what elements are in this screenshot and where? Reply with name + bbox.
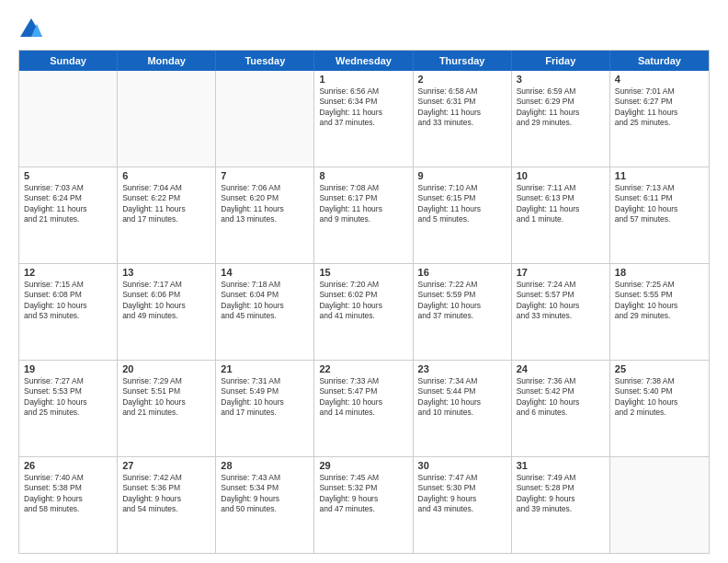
cell-text: Sunrise: 7:11 AM Sunset: 6:13 PM Dayligh…	[517, 183, 605, 225]
day-number: 29	[319, 460, 407, 471]
header-day-wednesday: Wednesday	[314, 51, 413, 71]
cal-cell: 9Sunrise: 7:10 AM Sunset: 6:15 PM Daylig…	[414, 167, 512, 263]
cal-cell: 17Sunrise: 7:24 AM Sunset: 5:57 PM Dayli…	[512, 264, 610, 360]
day-number: 20	[122, 363, 210, 374]
cal-cell: 21Sunrise: 7:31 AM Sunset: 5:49 PM Dayli…	[216, 361, 314, 456]
cal-cell: 16Sunrise: 7:22 AM Sunset: 5:59 PM Dayli…	[414, 264, 512, 360]
header-day-sunday: Sunday	[19, 51, 118, 71]
day-number: 26	[24, 460, 112, 471]
cal-cell: 11Sunrise: 7:13 AM Sunset: 6:11 PM Dayli…	[610, 167, 709, 263]
cal-cell: 22Sunrise: 7:33 AM Sunset: 5:47 PM Dayli…	[314, 361, 413, 456]
cell-text: Sunrise: 7:01 AM Sunset: 6:27 PM Dayligh…	[615, 86, 704, 129]
cell-text: Sunrise: 7:25 AM Sunset: 5:55 PM Dayligh…	[615, 280, 704, 322]
day-number: 1	[319, 74, 407, 85]
day-number: 4	[615, 74, 704, 85]
cell-text: Sunrise: 7:38 AM Sunset: 5:40 PM Dayligh…	[615, 376, 704, 419]
cal-cell: 4Sunrise: 7:01 AM Sunset: 6:27 PM Daylig…	[610, 71, 709, 167]
cal-cell: 18Sunrise: 7:25 AM Sunset: 5:55 PM Dayli…	[610, 264, 709, 360]
day-number: 23	[418, 363, 506, 374]
cal-cell	[216, 71, 314, 167]
day-number: 6	[122, 170, 210, 181]
cal-cell: 31Sunrise: 7:49 AM Sunset: 5:28 PM Dayli…	[512, 457, 610, 553]
page: SundayMondayTuesdayWednesdayThursdayFrid…	[0, 0, 728, 563]
cal-cell: 30Sunrise: 7:47 AM Sunset: 5:30 PM Dayli…	[414, 457, 512, 553]
cell-text: Sunrise: 7:47 AM Sunset: 5:30 PM Dayligh…	[418, 473, 506, 515]
cal-cell: 8Sunrise: 7:08 AM Sunset: 6:17 PM Daylig…	[314, 167, 413, 263]
cal-cell: 14Sunrise: 7:18 AM Sunset: 6:04 PM Dayli…	[216, 264, 314, 360]
cell-text: Sunrise: 6:59 AM Sunset: 6:29 PM Dayligh…	[517, 86, 605, 129]
calendar-header: SundayMondayTuesdayWednesdayThursdayFrid…	[19, 51, 709, 71]
cal-cell: 27Sunrise: 7:42 AM Sunset: 5:36 PM Dayli…	[118, 457, 216, 553]
cal-cell: 24Sunrise: 7:36 AM Sunset: 5:42 PM Dayli…	[512, 361, 610, 456]
cell-text: Sunrise: 7:49 AM Sunset: 5:28 PM Dayligh…	[517, 473, 605, 515]
header-day-saturday: Saturday	[610, 51, 709, 71]
cal-cell: 23Sunrise: 7:34 AM Sunset: 5:44 PM Dayli…	[414, 361, 512, 456]
cell-text: Sunrise: 6:56 AM Sunset: 6:34 PM Dayligh…	[319, 86, 407, 129]
header-day-tuesday: Tuesday	[216, 51, 314, 71]
cell-text: Sunrise: 7:04 AM Sunset: 6:22 PM Dayligh…	[122, 183, 210, 225]
cal-cell	[19, 71, 118, 167]
cell-text: Sunrise: 7:08 AM Sunset: 6:17 PM Dayligh…	[319, 183, 407, 225]
calendar-row-2: 12Sunrise: 7:15 AM Sunset: 6:08 PM Dayli…	[19, 263, 709, 360]
cal-cell: 7Sunrise: 7:06 AM Sunset: 6:20 PM Daylig…	[216, 167, 314, 263]
cell-text: Sunrise: 7:22 AM Sunset: 5:59 PM Dayligh…	[418, 280, 506, 322]
header-day-thursday: Thursday	[414, 51, 512, 71]
logo-icon	[18, 17, 44, 42]
cell-text: Sunrise: 7:40 AM Sunset: 5:38 PM Dayligh…	[24, 473, 112, 515]
day-number: 15	[319, 267, 407, 278]
day-number: 24	[517, 363, 605, 374]
header	[18, 17, 710, 42]
cell-text: Sunrise: 7:18 AM Sunset: 6:04 PM Dayligh…	[221, 280, 309, 322]
day-number: 17	[517, 267, 605, 278]
day-number: 14	[221, 267, 309, 278]
day-number: 12	[24, 267, 112, 278]
cell-text: Sunrise: 7:27 AM Sunset: 5:53 PM Dayligh…	[24, 376, 112, 419]
cell-text: Sunrise: 7:33 AM Sunset: 5:47 PM Dayligh…	[319, 376, 407, 419]
day-number: 19	[24, 363, 112, 374]
header-day-friday: Friday	[512, 51, 610, 71]
day-number: 5	[24, 170, 112, 181]
cal-cell: 5Sunrise: 7:03 AM Sunset: 6:24 PM Daylig…	[19, 167, 118, 263]
cal-cell: 29Sunrise: 7:45 AM Sunset: 5:32 PM Dayli…	[314, 457, 413, 553]
day-number: 30	[418, 460, 506, 471]
cal-cell: 26Sunrise: 7:40 AM Sunset: 5:38 PM Dayli…	[19, 457, 118, 553]
cal-cell: 3Sunrise: 6:59 AM Sunset: 6:29 PM Daylig…	[512, 71, 610, 167]
cal-cell: 28Sunrise: 7:43 AM Sunset: 5:34 PM Dayli…	[216, 457, 314, 553]
cal-cell: 12Sunrise: 7:15 AM Sunset: 6:08 PM Dayli…	[19, 264, 118, 360]
cell-text: Sunrise: 7:13 AM Sunset: 6:11 PM Dayligh…	[615, 183, 704, 225]
cal-cell: 19Sunrise: 7:27 AM Sunset: 5:53 PM Dayli…	[19, 361, 118, 456]
day-number: 16	[418, 267, 506, 278]
calendar-row-3: 19Sunrise: 7:27 AM Sunset: 5:53 PM Dayli…	[19, 360, 709, 456]
cal-cell: 10Sunrise: 7:11 AM Sunset: 6:13 PM Dayli…	[512, 167, 610, 263]
day-number: 28	[221, 460, 309, 471]
cal-cell: 6Sunrise: 7:04 AM Sunset: 6:22 PM Daylig…	[118, 167, 216, 263]
day-number: 3	[517, 74, 605, 85]
cal-cell	[118, 71, 216, 167]
cell-text: Sunrise: 7:20 AM Sunset: 6:02 PM Dayligh…	[319, 280, 407, 322]
day-number: 18	[615, 267, 704, 278]
day-number: 11	[615, 170, 704, 181]
cal-cell: 2Sunrise: 6:58 AM Sunset: 6:31 PM Daylig…	[414, 71, 512, 167]
calendar: SundayMondayTuesdayWednesdayThursdayFrid…	[18, 50, 710, 554]
day-number: 25	[615, 363, 704, 374]
cell-text: Sunrise: 7:06 AM Sunset: 6:20 PM Dayligh…	[221, 183, 309, 225]
day-number: 7	[221, 170, 309, 181]
cal-cell: 13Sunrise: 7:17 AM Sunset: 6:06 PM Dayli…	[118, 264, 216, 360]
day-number: 8	[319, 170, 407, 181]
calendar-body: 1Sunrise: 6:56 AM Sunset: 6:34 PM Daylig…	[19, 71, 709, 553]
day-number: 21	[221, 363, 309, 374]
cal-cell: 20Sunrise: 7:29 AM Sunset: 5:51 PM Dayli…	[118, 361, 216, 456]
cal-cell: 15Sunrise: 7:20 AM Sunset: 6:02 PM Dayli…	[314, 264, 413, 360]
day-number: 22	[319, 363, 407, 374]
cell-text: Sunrise: 7:43 AM Sunset: 5:34 PM Dayligh…	[221, 473, 309, 515]
calendar-row-1: 5Sunrise: 7:03 AM Sunset: 6:24 PM Daylig…	[19, 167, 709, 263]
logo	[18, 17, 48, 42]
cell-text: Sunrise: 6:58 AM Sunset: 6:31 PM Dayligh…	[418, 86, 506, 129]
cell-text: Sunrise: 7:10 AM Sunset: 6:15 PM Dayligh…	[418, 183, 506, 225]
day-number: 9	[418, 170, 506, 181]
header-day-monday: Monday	[118, 51, 216, 71]
cell-text: Sunrise: 7:36 AM Sunset: 5:42 PM Dayligh…	[517, 376, 605, 419]
cell-text: Sunrise: 7:24 AM Sunset: 5:57 PM Dayligh…	[517, 280, 605, 322]
cell-text: Sunrise: 7:03 AM Sunset: 6:24 PM Dayligh…	[24, 183, 112, 225]
cell-text: Sunrise: 7:45 AM Sunset: 5:32 PM Dayligh…	[319, 473, 407, 515]
